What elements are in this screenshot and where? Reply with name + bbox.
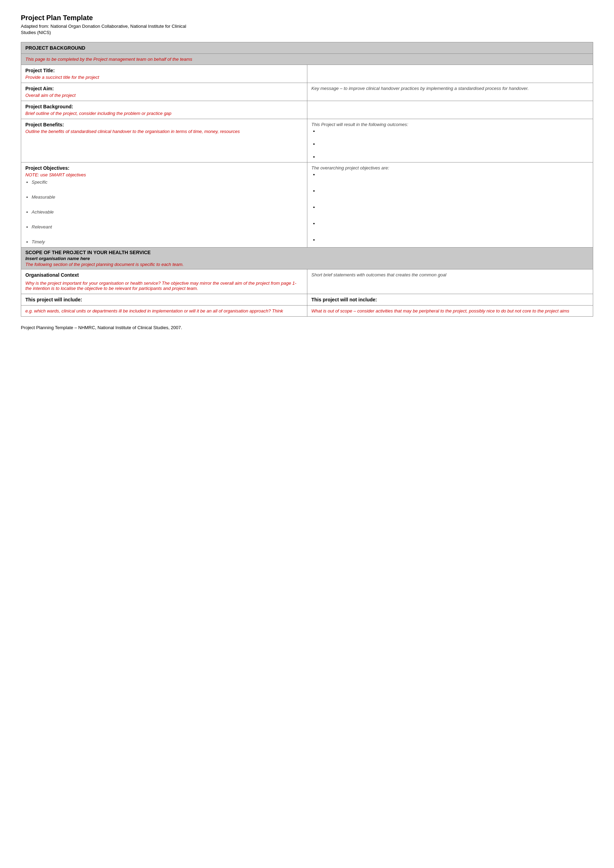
project-background-header: PROJECT BACKGROUND xyxy=(21,42,593,54)
will-not-include-left: This project will not include: xyxy=(307,294,593,305)
project-background-label: Project Background: xyxy=(25,104,303,109)
will-include-hint: e.g. which wards, clinical units or depa… xyxy=(25,308,283,313)
list-item xyxy=(318,154,589,160)
project-aim-left: Project Aim: Overall aim of the project xyxy=(21,83,307,101)
scope-subtitle: The following section of the project pla… xyxy=(25,262,589,267)
project-objectives-list xyxy=(312,172,589,242)
project-objectives-left: Project Objectives: NOTE: use SMART obje… xyxy=(21,163,307,248)
org-context-left: Organisational Context Why is the projec… xyxy=(21,270,307,294)
project-objectives-intro: The overarching project objectives are: xyxy=(312,165,589,170)
project-benefits-hint: Outline the benefits of standardised cli… xyxy=(25,129,303,134)
list-item xyxy=(318,129,589,134)
will-include-label: This project will include: xyxy=(25,297,303,302)
project-background-left: Project Background: Brief outline of the… xyxy=(21,101,307,119)
page-title: Project Plan Template xyxy=(21,14,593,22)
org-context-hint: Why is the project important for your or… xyxy=(25,281,303,291)
list-item xyxy=(318,221,589,226)
will-not-include-label: This project will not include: xyxy=(312,297,589,302)
main-table: PROJECT BACKGROUND This page to be compl… xyxy=(21,42,593,317)
project-benefits-list xyxy=(312,129,589,160)
smart-list: Specific Measurable Achievable Releveant… xyxy=(25,180,303,245)
project-title-hint: Provide a succinct title for the project xyxy=(25,74,303,80)
project-aim-hint: Overall aim of the project xyxy=(25,93,303,98)
project-objectives-note: NOTE: use SMART objectives xyxy=(25,172,303,177)
project-title-label: Project Title: xyxy=(25,68,303,73)
project-background-value-cell xyxy=(307,101,593,119)
project-benefits-label: Project Benefits: xyxy=(25,122,303,127)
list-item-releveant: Releveant xyxy=(32,224,303,229)
project-background-subtitle: This page to be completed by the Project… xyxy=(21,54,593,65)
project-background-hint: Brief outline of the project, consider i… xyxy=(25,111,303,116)
scope-header-cell: SCOPE OF THE PROJECT IN YOUR HEALTH SERV… xyxy=(21,248,593,270)
include-hint-row: e.g. which wards, clinical units or depa… xyxy=(21,305,593,317)
list-item xyxy=(318,237,589,242)
scope-org-name: Insert organisation name here xyxy=(25,256,589,261)
org-context-value-cell: Short brief statements with outcomes tha… xyxy=(307,270,593,294)
project-background-header-row: PROJECT BACKGROUND xyxy=(21,42,593,54)
list-item-measurable: Measurable xyxy=(32,194,303,200)
project-aim-row: Project Aim: Overall aim of the project … xyxy=(21,83,593,101)
page-subtitle: Adapted from: National Organ Donation Co… xyxy=(21,23,593,36)
project-aim-value: Key message – to improve clinical handov… xyxy=(312,86,529,91)
org-context-row: Organisational Context Why is the projec… xyxy=(21,270,593,294)
scope-header: SCOPE OF THE PROJECT IN YOUR HEALTH SERV… xyxy=(25,250,589,255)
include-row: This project will include: This project … xyxy=(21,294,593,305)
list-item xyxy=(318,205,589,210)
project-benefits-row: Project Benefits: Outline the benefits o… xyxy=(21,119,593,163)
org-context-value: Short brief statements with outcomes tha… xyxy=(312,272,447,277)
project-benefits-intro: This Project will result in the followin… xyxy=(312,122,589,127)
project-objectives-value-cell: The overarching project objectives are: xyxy=(307,163,593,248)
list-item xyxy=(318,172,589,177)
scope-header-row: SCOPE OF THE PROJECT IN YOUR HEALTH SERV… xyxy=(21,248,593,270)
project-aim-label: Project Aim: xyxy=(25,86,303,91)
project-benefits-value-cell: This Project will result in the followin… xyxy=(307,119,593,163)
will-not-include-hint: What is out of scope – consider activiti… xyxy=(312,308,569,313)
list-item-achievable: Achievable xyxy=(32,209,303,215)
org-context-label: Organisational Context xyxy=(25,272,303,278)
list-item xyxy=(318,141,589,147)
project-title-value xyxy=(307,65,593,83)
will-include-hint-cell: e.g. which wards, clinical units or depa… xyxy=(21,305,307,317)
project-background-subtitle-row: This page to be completed by the Project… xyxy=(21,54,593,65)
project-objectives-row: Project Objectives: NOTE: use SMART obje… xyxy=(21,163,593,248)
project-objectives-label: Project Objectives: xyxy=(25,165,303,171)
project-background-row: Project Background: Brief outline of the… xyxy=(21,101,593,119)
list-item-specific: Specific xyxy=(32,180,303,185)
project-aim-value-cell: Key message – to improve clinical handov… xyxy=(307,83,593,101)
list-item xyxy=(318,188,589,194)
footer: Project Planning Template – NHMRC, Natio… xyxy=(21,325,593,330)
project-benefits-left: Project Benefits: Outline the benefits o… xyxy=(21,119,307,163)
will-include-left: This project will include: xyxy=(21,294,307,305)
project-title-row: Project Title: Provide a succinct title … xyxy=(21,65,593,83)
project-title-left: Project Title: Provide a succinct title … xyxy=(21,65,307,83)
list-item-timely: Timely xyxy=(32,239,303,245)
will-not-include-hint-cell: What is out of scope – consider activiti… xyxy=(307,305,593,317)
